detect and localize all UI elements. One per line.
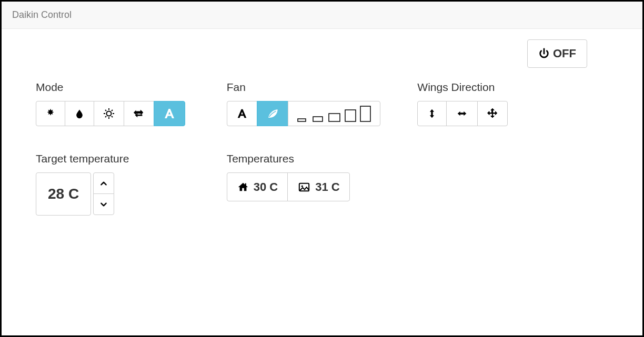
target-temp-display: 28 C (36, 172, 91, 216)
mode-fan-button[interactable] (124, 101, 154, 126)
temperatures-section: Temperatures 30 C (227, 152, 418, 216)
mode-cool-button[interactable] (36, 101, 65, 126)
fan-section: Fan (227, 81, 418, 126)
empty-col (417, 152, 608, 216)
mode-auto-button[interactable] (154, 101, 185, 126)
navbar: Daikin Control (2, 2, 642, 29)
svg-rect-2 (313, 117, 323, 121)
mode-title: Mode (36, 81, 219, 94)
sun-icon (103, 107, 115, 120)
picture-icon (297, 181, 311, 193)
mode-button-group (36, 101, 185, 126)
controls-row-2: Target temperature 28 C (36, 152, 608, 216)
controls-row-1: Mode (36, 81, 608, 126)
retweet-icon (133, 108, 145, 119)
outdoor-temp-display: 31 C (287, 172, 349, 201)
svg-rect-1 (298, 119, 306, 121)
power-button[interactable]: OFF (527, 39, 587, 68)
fan-button-group (227, 101, 380, 126)
leaf-icon (266, 108, 279, 119)
target-temp-title: Target temperature (36, 152, 219, 165)
mode-heat-button[interactable] (94, 101, 124, 126)
fan-auto-button[interactable] (227, 101, 257, 126)
temp-up-button[interactable] (93, 172, 114, 194)
svg-point-8 (301, 185, 303, 187)
fan-speed-bars-button[interactable] (288, 101, 380, 126)
outdoor-temp-value: 31 C (315, 179, 339, 195)
power-label: OFF (553, 46, 576, 61)
snowflake-icon (45, 108, 56, 119)
fan-silent-button[interactable] (257, 101, 288, 126)
wings-horizontal-button[interactable] (446, 101, 478, 126)
target-temp-value: 28 C (48, 186, 79, 202)
fan-title: Fan (227, 81, 410, 94)
arrows-horizontal-icon (455, 108, 469, 119)
wings-title: Wings Direction (417, 81, 600, 94)
bars-icon (295, 105, 374, 122)
indoor-temp-value: 30 C (254, 179, 278, 195)
font-a-icon (163, 107, 176, 120)
temperatures-group: 30 C 31 C (227, 172, 350, 201)
svg-point-0 (107, 111, 112, 116)
arrows-vertical-icon (427, 107, 437, 120)
target-temp-spinner (93, 172, 114, 216)
wings-section: Wings Direction (417, 81, 608, 126)
wings-button-group (417, 101, 508, 126)
mode-dry-button[interactable] (65, 101, 94, 126)
arrows-move-icon (486, 107, 499, 120)
navbar-brand[interactable]: Daikin Control (12, 9, 72, 20)
svg-rect-4 (345, 110, 356, 121)
power-row: OFF (36, 39, 608, 68)
target-temp-section: Target temperature 28 C (36, 152, 227, 216)
indoor-temp-display: 30 C (227, 172, 288, 201)
svg-rect-5 (360, 106, 370, 121)
svg-rect-6 (245, 183, 246, 186)
wings-vertical-button[interactable] (417, 101, 447, 126)
chevron-down-icon (99, 201, 108, 208)
temp-down-button[interactable] (93, 193, 114, 215)
temperatures-title: Temperatures (227, 152, 410, 165)
font-a-icon (236, 108, 248, 119)
home-icon (237, 181, 249, 193)
droplet-icon (74, 108, 85, 119)
svg-rect-3 (329, 114, 340, 121)
chevron-up-icon (99, 180, 108, 187)
power-icon (538, 48, 550, 59)
mode-section: Mode (36, 81, 227, 126)
target-temp-control: 28 C (36, 172, 114, 216)
wings-full-button[interactable] (477, 101, 508, 126)
